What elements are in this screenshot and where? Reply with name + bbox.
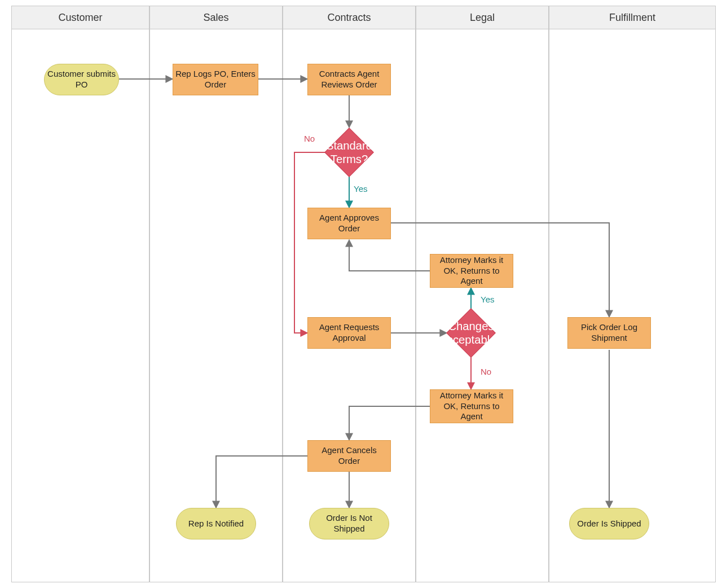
node-label: Attorney Marks it OK, Returns to Agent (433, 255, 510, 287)
edge-label-no: No (481, 367, 491, 376)
lane-body-customer (11, 29, 149, 582)
node-label: Attorney Marks it OK, Returns to Agent (433, 390, 510, 422)
edge-label-yes: Yes (354, 184, 367, 194)
node-agent-approves-order: Agent Approves Order (307, 208, 391, 239)
node-label: Agent Cancels Order (310, 445, 388, 467)
node-changes-acceptable: Changes Acceptable? (454, 315, 488, 350)
node-agent-requests-approval: Agent Requests Approval (307, 317, 391, 349)
node-label: Changes Acceptable? (447, 309, 495, 357)
lane-header-legal: Legal (416, 6, 549, 29)
lane-header-sales: Sales (149, 6, 283, 29)
lane-body-fulfillment (549, 29, 716, 582)
node-label: Order Is Not Shipped (312, 513, 386, 534)
lane-title: Sales (203, 12, 228, 24)
node-label: Order Is Shipped (577, 519, 641, 529)
node-standard-terms: Standard Terms? (332, 135, 367, 170)
lane-body-sales (149, 29, 283, 582)
node-order-shipped: Order Is Shipped (569, 508, 649, 539)
node-label: Contracts Agent Reviews Order (310, 69, 388, 90)
node-label: Rep Logs PO, Enters Order (175, 69, 256, 90)
lane-header-customer: Customer (11, 6, 149, 29)
lane-title: Contracts (327, 12, 371, 24)
node-customer-submits-po: Customer submits PO (44, 64, 119, 95)
node-label: Pick Order Log Shipment (570, 322, 648, 344)
node-agent-cancels-order: Agent Cancels Order (307, 440, 391, 472)
node-attorney-ok-returns: Attorney Marks it OK, Returns to Agent (430, 254, 513, 288)
lane-header-fulfillment: Fulfillment (549, 6, 716, 29)
lane-body-contracts (283, 29, 416, 582)
node-label: Customer submits PO (47, 69, 116, 90)
lane-title: Customer (58, 12, 102, 24)
node-agent-reviews-order: Contracts Agent Reviews Order (307, 64, 391, 95)
node-label: Rep Is Notified (188, 519, 244, 529)
node-rep-logs-po: Rep Logs PO, Enters Order (173, 64, 258, 95)
lane-title: Legal (470, 12, 495, 24)
node-attorney-ok-returns2: Attorney Marks it OK, Returns to Agent (430, 389, 513, 423)
node-label: Standard Terms? (325, 129, 373, 176)
lane-body-legal (416, 29, 549, 582)
lane-title: Fulfillment (609, 12, 655, 24)
node-label: Agent Approves Order (310, 213, 388, 234)
node-pick-order-log: Pick Order Log Shipment (567, 317, 651, 349)
node-label: Agent Requests Approval (310, 322, 388, 344)
edge-label-yes: Yes (481, 295, 494, 304)
lane-header-contracts: Contracts (283, 6, 416, 29)
node-rep-notified: Rep Is Notified (176, 508, 256, 539)
node-order-not-shipped: Order Is Not Shipped (309, 508, 389, 539)
swimlane-flowchart: Customer Sales Contracts Legal Fulfillme… (0, 0, 722, 588)
edge-label-no: No (304, 134, 315, 143)
